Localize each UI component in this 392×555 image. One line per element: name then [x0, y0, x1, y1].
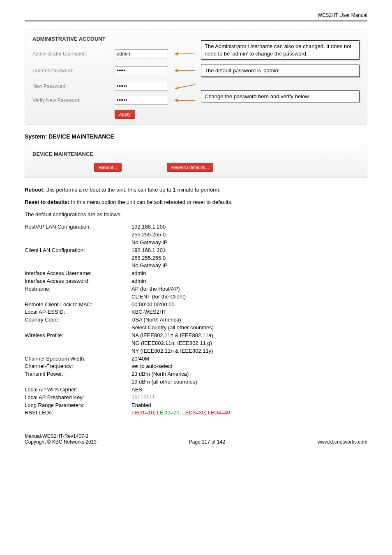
config-label: Local AP Preshared Key: [25, 394, 131, 402]
config-value: USA (North America) [131, 316, 367, 324]
page-footer: Manual-WES2HT-Rev1407-1 Copyright © KBC … [25, 433, 367, 445]
new-password-input[interactable] [115, 82, 168, 91]
config-label [25, 347, 131, 355]
config-row: Select Country (all other countries) [25, 324, 367, 332]
config-label [25, 293, 131, 301]
doc-title: WES2HT User Manual [25, 12, 367, 18]
admin-username-input[interactable] [115, 49, 168, 58]
config-value: AES [131, 386, 367, 394]
config-value: Enabled [131, 402, 367, 409]
svg-marker-5 [174, 86, 179, 89]
new-password-label: New Password: [32, 83, 115, 89]
svg-marker-7 [174, 98, 178, 102]
config-row: Local AP Preshared Key:11111111 [25, 394, 367, 402]
config-row: No Gateway IP [25, 239, 367, 247]
config-value: 19 dBm (all other countries) [131, 378, 367, 386]
config-value: 255.255.255.0 [131, 254, 367, 262]
device-maintenance-panel: DEVICE MAINTENANCE Reboot... Reset to de… [25, 145, 367, 178]
config-label: Client LAN Configuration: [25, 247, 131, 254]
verify-password-label: Verify New Password: [32, 97, 115, 103]
config-row: Wireless Profile:NA (IEEE802.11n & IEEE8… [25, 332, 367, 340]
admin-username-label: Administrator Username: [32, 51, 115, 57]
arrow-icon [168, 98, 201, 103]
reboot-button[interactable]: Reboot... [94, 163, 122, 172]
footer-left: Manual-WES2HT-Rev1407-1 Copyright © KBC … [25, 433, 97, 445]
config-value: AP (for the Host/AP) [131, 285, 367, 293]
current-password-input[interactable] [115, 66, 168, 75]
config-value: 192.168.1.200 [131, 223, 367, 231]
config-label: Channel-Frequency: [25, 363, 131, 370]
config-row: 19 dBm (all other countries) [25, 378, 367, 386]
config-label [25, 262, 131, 270]
config-row: Host/AP LAN Configuration:192.168.1.200 [25, 223, 367, 231]
config-label [25, 378, 131, 386]
reboot-desc: this performs a re-boot to the unit, thi… [45, 187, 221, 193]
led-sep: ; [179, 409, 182, 416]
led4-text: LED4=40 [208, 409, 230, 416]
callout-username: The Administrator Username can also be c… [201, 40, 360, 60]
config-label: Hostname: [25, 285, 131, 293]
config-label: Remote Client-Lock to MAC: [25, 301, 131, 309]
paragraph-defaults-intro: The default configurations are as follow… [25, 211, 367, 218]
config-row: Channel-Frequency:set to auto-select [25, 363, 367, 370]
led3-text: LED3=30 [182, 409, 205, 416]
led1-text: LED1=10 [131, 409, 154, 416]
arrow-icon [168, 51, 201, 56]
config-row: No Gateway IP [25, 262, 367, 270]
config-value: KBC-WES2HT [131, 308, 367, 316]
config-row: Channel Spectrum Width:20/40M [25, 355, 367, 363]
arrow-icon [168, 84, 201, 89]
config-value: NA (IEEE802.11n & IEEE802.11a) [131, 332, 367, 340]
callout-change-password: Change the password here and verify belo… [201, 90, 360, 103]
row-verify-password: Verify New Password: Change the password… [32, 96, 360, 105]
footer-copyright: Copyright © KBC Networks 2013 [25, 439, 97, 445]
config-value: 00:00:00:00:00:00 [131, 301, 367, 309]
config-value: admin [131, 270, 367, 278]
footer-page-number: Page 117 of 142 [189, 439, 225, 445]
rssi-value: LED1=10; LED2=20; LED3=30; LED4=40 [131, 409, 367, 417]
config-label: Local AP-ESSID: [25, 308, 131, 316]
row-admin-username: Administrator Username: The Administrato… [32, 48, 360, 60]
footer-manual-id: Manual-WES2HT-Rev1407-1 [25, 433, 97, 439]
config-value: admin [131, 278, 367, 285]
verify-password-input[interactable] [115, 96, 168, 105]
config-label: Interface Access Username: [25, 270, 131, 278]
config-row: Remote Client-Lock to MAC:00:00:00:00:00… [25, 301, 367, 309]
config-label [25, 340, 131, 347]
svg-marker-1 [174, 52, 178, 56]
config-row: NG (IEEE802.11n, IEEE802.11 g) [25, 340, 367, 347]
config-value: CLIENT (for the Client) [131, 293, 367, 301]
paragraph-reboot: Reboot: this performs a re-boot to the u… [25, 186, 367, 194]
rssi-label: RSSI LEDs: [25, 409, 131, 417]
defaults-config-table: Host/AP LAN Configuration:192.168.1.2002… [25, 223, 367, 409]
reset-defaults-button[interactable]: Reset to defaults... [167, 163, 214, 172]
config-value: Select Country (all other countries) [131, 324, 367, 332]
config-label: Channel Spectrum Width: [25, 355, 131, 363]
config-value: set to auto-select [131, 363, 367, 370]
config-value: NY (IEEE802.11n & IEEE802.11y) [131, 347, 367, 355]
config-row: 255.255.255.0 [25, 254, 367, 262]
reset-desc: In this menu option the unit can be soft… [69, 199, 233, 205]
config-label: Local AP WPA Cipher: [25, 386, 131, 394]
config-label [25, 254, 131, 262]
svg-line-4 [178, 85, 195, 88]
apply-button[interactable]: Apply [115, 110, 135, 119]
rssi-row: RSSI LEDs: LED1=10; LED2=20; LED3=30; LE… [25, 409, 367, 417]
config-value: 255.255.255.0 [131, 231, 367, 239]
current-password-label: Current Password: [32, 68, 115, 74]
config-row: Interface Access Username:admin [25, 270, 367, 278]
config-label: Wireless Profile: [25, 332, 131, 340]
config-row: CLIENT (for the Client) [25, 293, 367, 301]
config-label [25, 239, 131, 247]
admin-account-panel: ADMINISTRATIVE ACCOUNT Administrator Use… [25, 30, 367, 125]
config-label [25, 324, 131, 332]
config-row: Country Code:USA (North America) [25, 316, 367, 324]
config-row: Transmit Power:23 dBm (North America) [25, 370, 367, 378]
reboot-term: Reboot: [25, 187, 45, 193]
callout-default-password: The default password is 'admin' [201, 65, 360, 77]
header-rule [25, 21, 367, 21]
config-label: Host/AP LAN Configuration: [25, 223, 131, 231]
config-label: Country Code: [25, 316, 131, 324]
section-device-maintenance-heading: System: DEVICE MAINTENANCE [25, 133, 367, 140]
config-label [25, 231, 131, 239]
